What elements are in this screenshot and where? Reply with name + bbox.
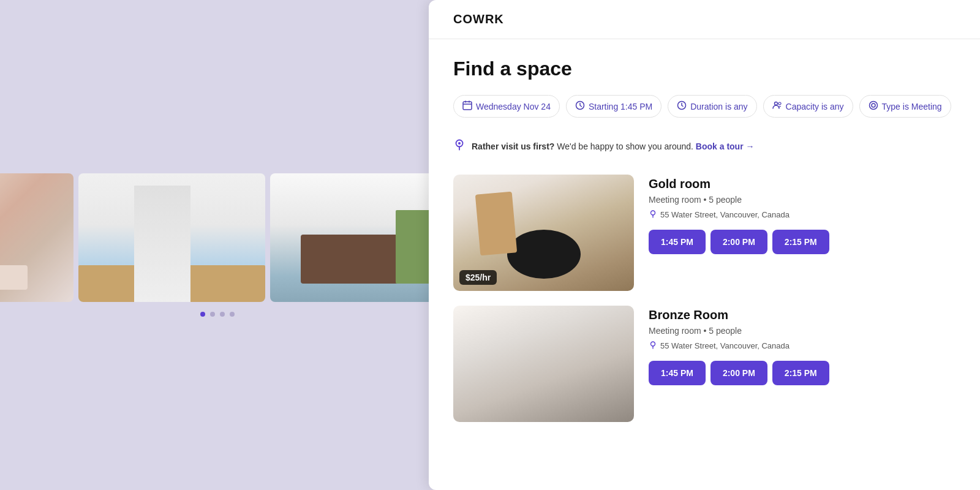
calendar-icon [462, 100, 472, 112]
space-name-bronze: Bronze Room [649, 308, 956, 322]
page-title: Find a space [453, 58, 956, 80]
time-slot-bronze-2[interactable]: 2:00 PM [710, 361, 767, 385]
svg-point-10 [651, 342, 655, 346]
location-text-bronze: 55 Water Street, Vancouver, Canada [660, 341, 790, 350]
gallery-dot-2[interactable] [210, 312, 215, 317]
gallery-image-1 [0, 173, 74, 302]
gallery-dot-4[interactable] [230, 312, 235, 317]
svg-point-6 [872, 104, 875, 107]
space-card-gold: $25/hr Gold room Meeting room • 5 people… [453, 175, 956, 291]
tour-text: Rather visit us first? We'd be happy to … [472, 141, 755, 151]
svg-point-3 [774, 102, 777, 105]
clock-icon [575, 100, 585, 112]
space-info-bronze: Bronze Room Meeting room • 5 people 55 W… [649, 306, 956, 385]
filter-starting[interactable]: Starting 1:45 PM [566, 95, 662, 118]
space-location-gold: 55 Water Street, Vancouver, Canada [649, 209, 956, 220]
tour-description: We'd be happy to show you around. [557, 141, 696, 151]
filter-capacity-label: Capacity is any [786, 102, 844, 111]
svg-point-8 [458, 142, 461, 145]
filter-type[interactable]: Type is Meeting [859, 95, 951, 118]
price-badge-gold: $25/hr [459, 270, 497, 285]
space-image-gold: $25/hr [453, 175, 634, 291]
svg-point-5 [869, 102, 877, 110]
header: COWRK [429, 0, 980, 39]
filter-type-label: Type is Meeting [882, 102, 942, 111]
tour-banner: Rather visit us first? We'd be happy to … [453, 130, 956, 162]
gallery-dots [200, 312, 235, 317]
filter-date-label: Wednesday Nov 24 [476, 102, 551, 111]
time-slots-bronze: 1:45 PM 2:00 PM 2:15 PM [649, 361, 956, 385]
pin-icon [453, 138, 466, 154]
space-location-bronze: 55 Water Street, Vancouver, Canada [649, 341, 956, 351]
gallery-dot-3[interactable] [220, 312, 225, 317]
people-icon [772, 100, 782, 112]
filter-date[interactable]: Wednesday Nov 24 [453, 95, 560, 118]
location-icon-gold [649, 209, 657, 220]
filter-chips: Wednesday Nov 24 Starting 1:45 PM [453, 95, 956, 118]
time-slots-gold: 1:45 PM 2:00 PM 2:15 PM [649, 230, 956, 254]
space-type-bronze: Meeting room • 5 people [649, 326, 956, 336]
gallery-image-2 [78, 173, 265, 302]
filter-capacity[interactable]: Capacity is any [763, 95, 853, 118]
filter-starting-label: Starting 1:45 PM [589, 102, 652, 111]
time-slot-gold-3[interactable]: 2:15 PM [772, 230, 829, 254]
svg-point-4 [778, 102, 781, 105]
gallery-panel [0, 0, 435, 490]
space-card-bronze: Bronze Room Meeting room • 5 people 55 W… [453, 306, 956, 422]
duration-icon [677, 100, 687, 112]
time-slot-gold-2[interactable]: 2:00 PM [710, 230, 767, 254]
logo: COWRK [453, 12, 504, 26]
type-icon [869, 100, 878, 112]
time-slot-gold-1[interactable]: 1:45 PM [649, 230, 706, 254]
gallery-images [0, 173, 435, 302]
space-image-bronze [453, 306, 634, 422]
main-content: Find a space Wednesday Nov 24 [429, 39, 980, 455]
location-icon-bronze [649, 341, 657, 351]
filter-duration[interactable]: Duration is any [668, 95, 756, 118]
right-panel: COWRK Find a space Wednesday Nov 24 [429, 0, 980, 490]
time-slot-bronze-3[interactable]: 2:15 PM [772, 361, 829, 385]
space-name-gold: Gold room [649, 177, 956, 191]
svg-point-9 [651, 211, 655, 215]
time-slot-bronze-1[interactable]: 1:45 PM [649, 361, 706, 385]
location-text-gold: 55 Water Street, Vancouver, Canada [660, 210, 790, 219]
space-info-gold: Gold room Meeting room • 5 people 55 Wat… [649, 175, 956, 254]
book-tour-link[interactable]: Book a tour → [696, 141, 755, 151]
space-type-gold: Meeting room • 5 people [649, 195, 956, 205]
filter-duration-label: Duration is any [690, 102, 747, 111]
tour-question: Rather visit us first? [472, 141, 554, 151]
svg-rect-0 [463, 102, 472, 110]
gallery-dot-1[interactable] [200, 312, 205, 317]
